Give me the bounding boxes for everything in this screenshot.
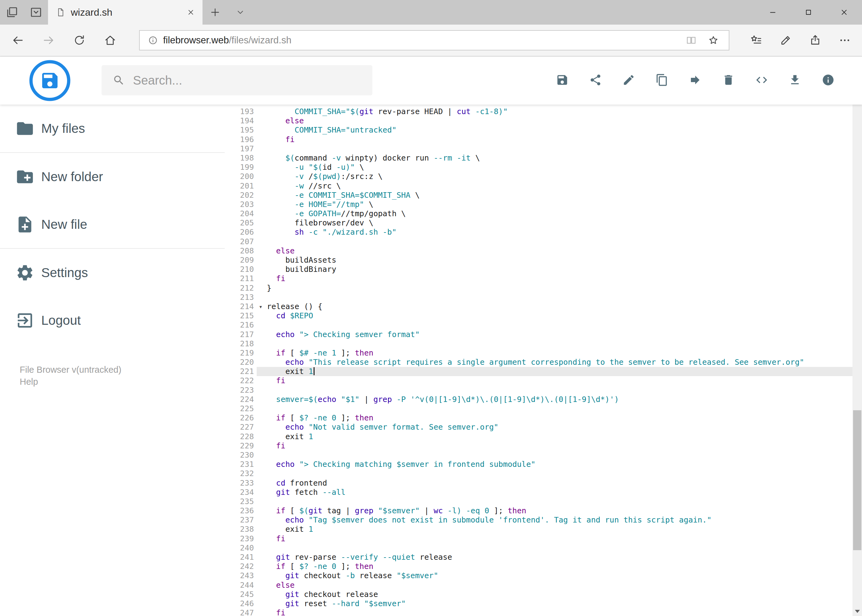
code-line[interactable]: 200 -v /$(pwd):/src:z \ [225,172,853,181]
code-line[interactable]: 205 filebrowser/dev \ [225,218,853,228]
code-line[interactable]: 207 [225,237,853,246]
code-line[interactable]: 202 -e COMMIT_SHA=$COMMIT_SHA \ [225,191,853,200]
new-tab-button[interactable] [202,0,228,25]
set-tabs-aside-icon[interactable] [0,0,24,25]
copy-button[interactable] [645,57,679,105]
code-line[interactable]: 212} [225,284,853,293]
code-line[interactable]: 199 -u "$(id -u)" \ [225,163,853,172]
code-line[interactable]: 219 if [ $# -ne 1 ]; then [225,349,853,358]
move-button[interactable] [679,57,712,105]
code-line[interactable]: 214▾release () { [225,302,853,311]
code-line[interactable]: 225 [225,404,853,413]
download-button[interactable] [778,57,812,105]
site-info-icon[interactable] [146,35,160,45]
sidebar-item-new-folder[interactable]: New folder [0,153,225,201]
code-line[interactable]: 211 fi [225,274,853,283]
sidebar-item-logout[interactable]: Logout [0,297,225,344]
web-note-pen-icon[interactable] [771,25,801,55]
code-line[interactable]: 198 $(command -v winpty) docker run --rm… [225,154,853,163]
code-line[interactable]: 210 buildBinary [225,265,853,274]
code-line[interactable]: 218 [225,339,853,349]
favorites-hub-icon[interactable] [741,25,771,55]
forward-icon[interactable] [33,25,64,55]
filebrowser-logo[interactable] [28,59,71,102]
edit-button[interactable] [612,57,645,105]
window-close-button[interactable] [826,0,862,25]
code-line[interactable]: 227 echo "Not valid semver format. See s… [225,423,853,432]
sidebar-item-my-files[interactable]: My files [0,105,225,152]
code-line[interactable]: 195 COMMIT_SHA="untracked" [225,126,853,135]
code-line[interactable]: 222 fi [225,376,853,385]
code-line[interactable]: 240 [225,544,853,553]
code-line[interactable]: 220 echo "This release script requires a… [225,358,853,367]
sidebar-item-label: Logout [41,313,80,328]
share-page-icon[interactable] [801,25,830,55]
favorite-star-icon[interactable] [702,35,725,46]
code-line[interactable]: 242 if [ $? -ne 0 ]; then [225,562,853,571]
code-line[interactable]: 247 fi [225,608,853,616]
code-editor[interactable]: 193 COMMIT_SHA="$(git rev-parse HEAD | c… [225,105,853,616]
code-line[interactable]: 193 COMMIT_SHA="$(git rev-parse HEAD | c… [225,107,853,116]
code-line[interactable]: 235 [225,497,853,506]
back-icon[interactable] [2,25,33,55]
code-line[interactable]: 236 if [ $(git tag | grep "$semver" | wc… [225,506,853,515]
code-line[interactable]: 228 exit 1 [225,432,853,441]
code-line[interactable]: 204 -e GOPATH=//tmp/gopath \ [225,209,853,218]
code-line[interactable]: 196 fi [225,135,853,144]
code-line[interactable]: 223 [225,386,853,395]
scroll-down-arrow-icon[interactable] [853,607,862,616]
code-line[interactable]: 244 else [225,581,853,590]
code-line[interactable]: 237 echo "Tag $semver does not exist in … [225,515,853,525]
code-line[interactable]: 239 fi [225,534,853,544]
code-line[interactable]: 241 git rev-parse --verify --quiet relea… [225,553,853,562]
fold-marker-icon[interactable]: ▾ [257,302,265,311]
code-line[interactable]: 233 cd frontend [225,479,853,488]
code-line[interactable]: 231 echo "> Checking matching $semver in… [225,460,853,469]
code-line[interactable]: 243 git checkout -b release "$semver" [225,571,853,580]
code-line[interactable]: 197 [225,144,853,154]
code-line[interactable]: 213 [225,293,853,302]
code-line[interactable]: 206 sh -c "./wizard.sh -b" [225,228,853,237]
window-maximize-button[interactable] [791,0,826,25]
reading-view-icon[interactable] [680,35,702,46]
browser-tab[interactable]: wizard.sh [48,0,202,25]
share-button[interactable] [579,57,612,105]
home-icon[interactable] [95,25,126,55]
code-line[interactable]: 246 git reset --hard "$semver" [225,599,853,608]
address-bar[interactable]: filebrowser.web/files/wizard.sh [139,30,730,50]
code-line[interactable]: 245 git checkout release [225,590,853,599]
code-line[interactable]: 232 [225,469,853,478]
raw-code-button[interactable] [745,57,778,105]
more-options-icon[interactable] [830,25,860,55]
code-line[interactable]: 208 else [225,246,853,256]
sidebar-item-new-file[interactable]: New file [0,201,225,248]
tab-list-chevron-icon[interactable] [228,0,253,25]
info-button[interactable] [812,57,845,105]
code-line[interactable]: 201 -w //src \ [225,181,853,191]
search-box[interactable] [102,65,372,95]
search-input[interactable] [133,74,369,87]
tab-close-icon[interactable] [184,6,197,19]
help-link[interactable]: Help [20,376,225,388]
code-line[interactable]: 216 [225,321,853,330]
code-line[interactable]: 234 git fetch --all [225,488,853,497]
delete-button[interactable] [712,57,745,105]
code-line[interactable]: 217 echo "> Checking semver format" [225,330,853,339]
code-line[interactable]: 215 cd $REPO [225,311,853,321]
code-line[interactable]: 224 semver=$(echo "$1" | grep -P '^v(0|[… [225,395,853,404]
code-line[interactable]: 194 else [225,116,853,126]
code-line[interactable]: 221 exit 1 [225,367,853,376]
page-scrollbar[interactable] [853,57,862,616]
sidebar-item-settings[interactable]: Settings [0,249,225,297]
code-line[interactable]: 203 -e HOME="//tmp" \ [225,200,853,209]
code-line[interactable]: 209 buildAssets [225,256,853,265]
tab-preview-icon[interactable] [24,0,48,25]
code-line[interactable]: 230 [225,451,853,460]
window-minimize-button[interactable] [755,0,791,25]
scrollbar-thumb[interactable] [853,410,861,550]
code-line[interactable]: 226 if [ $? -ne 0 ]; then [225,413,853,423]
save-button[interactable] [546,57,579,105]
refresh-icon[interactable] [64,25,95,55]
code-line[interactable]: 229 fi [225,441,853,451]
code-line[interactable]: 238 exit 1 [225,525,853,534]
